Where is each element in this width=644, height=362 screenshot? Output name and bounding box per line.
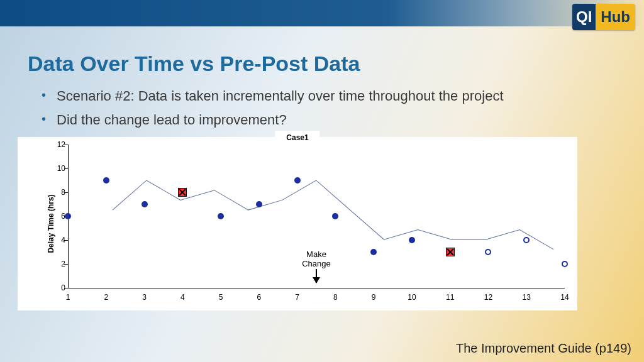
- footer-citation: The Improvement Guide (p149): [456, 341, 631, 356]
- x-tick-label: 6: [257, 293, 262, 302]
- x-tick-label: 2: [104, 293, 108, 302]
- highlight-marker: [446, 248, 455, 256]
- x-tick-label: 3: [142, 293, 147, 302]
- y-tick-label: 2: [53, 260, 65, 268]
- data-point: [218, 213, 224, 219]
- x-axis: [68, 288, 565, 288]
- x-tick-label: 1: [66, 293, 70, 302]
- data-point: [294, 177, 301, 184]
- brand-logo-left: QI: [572, 4, 596, 30]
- x-tick-label: 14: [560, 293, 569, 302]
- data-point: [523, 237, 530, 243]
- y-tick-label: 0: [53, 283, 65, 292]
- annotation-arrow-icon: [316, 269, 317, 283]
- y-tick-label: 12: [53, 140, 65, 149]
- y-tick-label: 4: [53, 236, 65, 244]
- brand-logo: QI Hub: [572, 4, 635, 30]
- y-tick-label: 8: [53, 188, 65, 197]
- x-tick-label: 9: [372, 293, 376, 302]
- data-point: [370, 249, 377, 255]
- data-point: [485, 249, 491, 255]
- y-tick-mark: [64, 240, 68, 241]
- chart: Case1 Delay Time (hrs) 02468101212345678…: [18, 137, 577, 310]
- x-tick-label: 8: [333, 293, 338, 302]
- x-tick-label: 13: [523, 293, 531, 302]
- data-point: [332, 213, 338, 219]
- data-point: [142, 201, 148, 207]
- slide: QI Hub Data Over Time vs Pre-Post Data S…: [0, 0, 644, 362]
- data-point: [562, 261, 568, 267]
- y-tick-mark: [64, 145, 68, 145]
- data-point: [409, 237, 415, 243]
- highlight-marker: [178, 188, 187, 197]
- x-tick-label: 11: [446, 293, 454, 302]
- data-point: [103, 177, 109, 184]
- y-tick-label: 6: [53, 212, 65, 221]
- data-point: [256, 201, 262, 207]
- data-point: [65, 213, 71, 219]
- chart-title: Case1: [275, 131, 319, 145]
- y-tick-mark: [64, 192, 68, 193]
- header-bar: [0, 0, 644, 26]
- bullet-item: Did the change lead to improvement?: [39, 111, 606, 129]
- y-tick-mark: [64, 264, 68, 265]
- page-title: Data Over Time vs Pre-Post Data: [28, 52, 360, 76]
- x-tick-label: 10: [408, 293, 416, 302]
- annotation-label: MakeChange: [302, 250, 331, 268]
- x-tick-label: 4: [180, 293, 185, 302]
- x-tick-label: 5: [219, 293, 223, 302]
- brand-logo-right: Hub: [596, 4, 635, 30]
- bullet-item: Scenario #2: Data is taken incrementally…: [39, 87, 606, 106]
- y-tick-mark: [64, 168, 68, 169]
- x-tick-label: 12: [484, 293, 492, 302]
- x-tick-label: 7: [295, 293, 299, 302]
- y-tick-label: 10: [53, 164, 65, 173]
- y-tick-mark: [64, 288, 68, 288]
- bullet-list: Scenario #2: Data is taken incrementally…: [39, 87, 606, 134]
